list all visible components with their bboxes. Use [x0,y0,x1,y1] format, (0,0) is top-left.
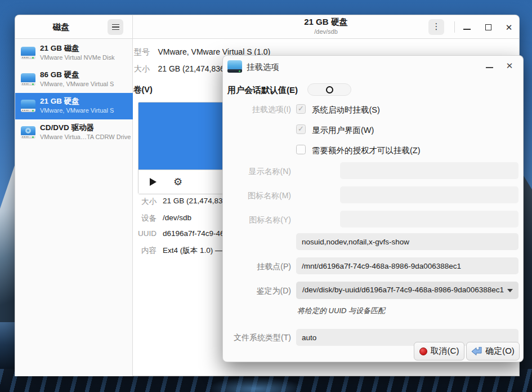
checkbox-mount-at-startup [296,104,306,114]
mount-point-label: 挂载点(P) [223,262,291,272]
identify-as-value: /dev/disk/by-uuid/d6196a7f-74c9-468a-898… [302,286,504,294]
sidebar-item-cddvd-drive[interactable]: CD/DVD 驱动器 VMware Virtua…TA CDRW Drive [15,119,133,146]
sidebar-item-subtitle: VMware Virtua…TA CDRW Drive [40,133,131,141]
volumes-heading: 卷(V) [133,84,153,95]
detail-label: 大小 [133,197,157,207]
cancel-stop-icon [419,348,427,355]
session-defaults-label: 用户会话默认值(E) [227,85,298,96]
dialog-title: 挂载选项 [247,62,279,73]
play-icon [150,178,157,186]
model-label: 型号 [134,47,150,56]
sidebar-item-title: CD/DVD 驱动器 [40,123,131,133]
dialog-minimize-button[interactable] [482,59,496,72]
chevron-down-icon [507,289,513,292]
detail-label: 内容 [133,246,157,256]
identify-as-label: 鉴定为(D) [223,286,291,296]
headerbar: 磁盘 21 GB 硬盘 /dev/sdb ⋮ ✕ [15,15,519,39]
maximize-button[interactable] [481,20,495,34]
mount-options-input[interactable] [296,233,518,250]
headerbar-separator [454,21,455,33]
session-defaults-switch[interactable] [307,83,351,96]
maximize-icon [485,24,491,30]
checkbox-label: 显示用户界面(W) [312,125,374,136]
sidebar-item-disk-86gb[interactable]: 86 GB 硬盘 VMware, VMware Virtual S [15,66,133,93]
mount-options-label: 挂载选项(I) [223,105,291,115]
sidebar-item-subtitle: VMware Virtual NVMe Disk [40,54,114,61]
app-menu-button[interactable]: ⋮ [428,19,444,35]
kebab-menu-icon: ⋮ [432,21,441,31]
dialog-disk-icon [227,60,242,73]
mount-options-dialog: 挂载选项 ✕ 用户会话默认值(E) 挂载选项(I) 系统启动时挂载(S) 显示用… [222,55,524,362]
dialog-close-button[interactable]: ✕ [503,59,516,72]
return-arrow-icon [471,347,482,355]
identify-as-dropdown[interactable]: /dev/disk/by-uuid/d6196a7f-74c9-468a-898… [296,282,518,299]
close-icon: ✕ [506,61,513,70]
disk-drive-icon [21,100,35,112]
sidebar-item-title: 21 GB 硬盘 [40,96,114,106]
ok-button[interactable]: 确定(O) [466,342,520,360]
cancel-button-label: 取消(C) [431,346,459,357]
fs-type-label: 文件系统类型(T) [223,333,291,343]
sidebar-item-subtitle: VMware, VMware Virtual S [40,80,114,88]
minimize-button[interactable] [460,20,473,34]
mount-point-input[interactable] [296,257,518,274]
display-name-input [340,162,518,179]
cancel-button[interactable]: 取消(C) [414,342,464,360]
detail-value: Ext4 (版本 1.0) — [163,246,223,256]
app-title: 磁盘 [15,22,107,33]
icon-name-label: 图标名称(M) [223,191,291,201]
detail-value: d6196a7f-74c9-46 [163,229,225,238]
desktop: 磁盘 21 GB 硬盘 /dev/sdb ⋮ ✕ 21 GB 磁盘 VMware… [0,0,532,392]
disk-drive-icon [21,47,35,59]
detail-label: 设备 [133,213,157,224]
sidebar-item-title: 21 GB 磁盘 [40,43,114,54]
symbolic-icon-name-label: 图标名称(Y) [223,215,291,225]
close-button[interactable]: ✕ [502,20,516,34]
ok-button-label: 确定(O) [485,346,515,357]
hamburger-icon [112,24,119,25]
checkbox-require-auth[interactable] [296,145,306,154]
volume-settings-button[interactable]: ⚙ [170,174,186,190]
icon-name-input [340,186,518,203]
hamburger-menu-button[interactable] [108,19,123,35]
size-row: 大小 21 GB (21,474,836,48 [134,64,235,74]
gear-icon: ⚙ [173,177,182,187]
dialog-titlebar: 挂载选项 ✕ [223,56,523,77]
detail-value: /dev/sdb [163,213,191,222]
sidebar-item-disk-21gb-nvme[interactable]: 21 GB 磁盘 VMware Virtual NVMe Disk [15,40,133,66]
sidebar-item-title: 86 GB 硬盘 [40,70,114,80]
close-icon: ✕ [506,23,513,32]
optical-drive-icon [21,126,35,139]
switch-knob-icon [326,86,333,93]
sidebar-header: 磁盘 [15,15,133,39]
symbolic-icon-name-input [340,211,518,228]
checkbox-show-in-ui [296,124,306,134]
checkbox-label: 需要额外的授权才可以挂载(Z) [312,145,421,156]
detail-label: UUID [133,229,157,238]
device-sidebar: 21 GB 磁盘 VMware Virtual NVMe Disk 86 GB … [15,39,133,376]
checkbox-label: 系统启动时挂载(S) [312,105,380,115]
minimize-icon [463,29,471,30]
size-label: 大小 [134,64,150,73]
display-name-label: 显示名称(N) [223,167,291,177]
detail-value: 21 GB (21,474,836 [163,197,227,205]
minimize-icon [486,67,493,68]
identify-as-note: 将给定的 UUID 与设备匹配 [297,306,385,316]
sidebar-item-subtitle: VMware, VMware Virtual S [40,106,114,114]
sidebar-item-disk-21gb-selected[interactable]: 21 GB 硬盘 VMware, VMware Virtual S [15,93,133,119]
disk-drive-icon [21,73,35,86]
mount-play-button[interactable] [145,174,161,190]
